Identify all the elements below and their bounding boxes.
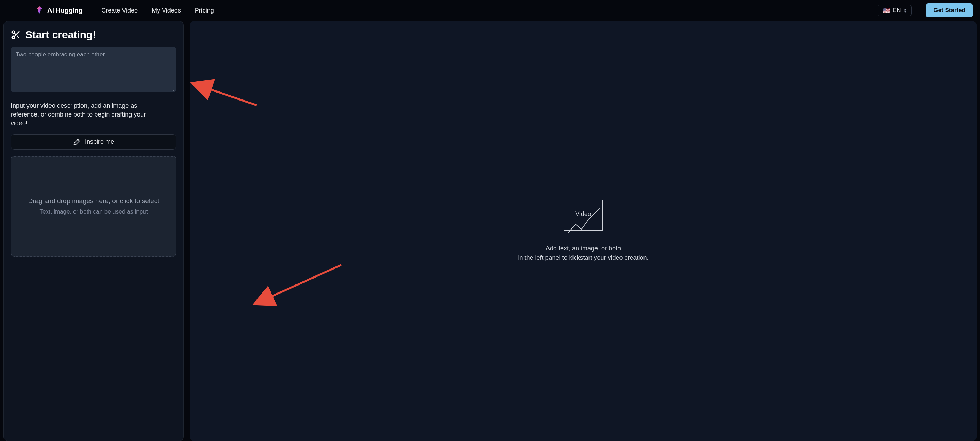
preview-text: Add text, an image, or both in the left …	[518, 244, 648, 263]
brand-name: AI Hugging	[47, 6, 83, 14]
flag-icon: 🇺🇸	[883, 7, 890, 14]
logo-icon	[35, 5, 44, 16]
video-placeholder-label: Video	[575, 210, 591, 217]
dropzone-line1: Drag and drop images here, or click to s…	[28, 197, 159, 205]
preview-panel: Video Add text, an image, or both in the…	[190, 21, 977, 441]
prompt-textarea[interactable]	[11, 47, 177, 92]
svg-point-0	[12, 31, 15, 34]
brand[interactable]: AI Hugging	[35, 5, 83, 16]
nav-pricing[interactable]: Pricing	[195, 7, 214, 14]
svg-line-4	[14, 33, 16, 35]
panel-title-text: Start creating!	[25, 29, 96, 41]
sort-icon: ▲▼	[904, 8, 907, 13]
nav-links: Create Video My Videos Pricing	[101, 7, 214, 14]
language-code: EN	[892, 7, 901, 14]
nav-create-video[interactable]: Create Video	[101, 7, 138, 14]
image-dropzone[interactable]: Drag and drop images here, or click to s…	[11, 156, 177, 257]
inspire-me-label: Inspire me	[85, 138, 114, 145]
video-placeholder-icon: Video	[563, 199, 603, 234]
top-nav: AI Hugging Create Video My Videos Pricin…	[0, 0, 980, 21]
create-panel: Start creating! Input your video descrip…	[3, 21, 184, 441]
panel-title: Start creating!	[11, 29, 177, 41]
language-selector[interactable]: 🇺🇸 EN ▲▼	[878, 5, 912, 16]
scissors-icon	[11, 30, 21, 40]
svg-point-1	[12, 36, 15, 39]
preview-line2: in the left panel to kickstart your vide…	[518, 253, 648, 263]
magic-wand-icon	[73, 138, 81, 146]
nav-my-videos[interactable]: My Videos	[152, 7, 181, 14]
preview-line1: Add text, an image, or both	[518, 244, 648, 253]
inspire-me-button[interactable]: Inspire me	[11, 134, 177, 149]
get-started-button[interactable]: Get Started	[926, 3, 973, 17]
dropzone-line2: Text, image, or both can be used as inpu…	[40, 208, 148, 215]
svg-line-3	[17, 36, 19, 38]
prompt-hint: Input your video description, add an ima…	[11, 102, 164, 128]
